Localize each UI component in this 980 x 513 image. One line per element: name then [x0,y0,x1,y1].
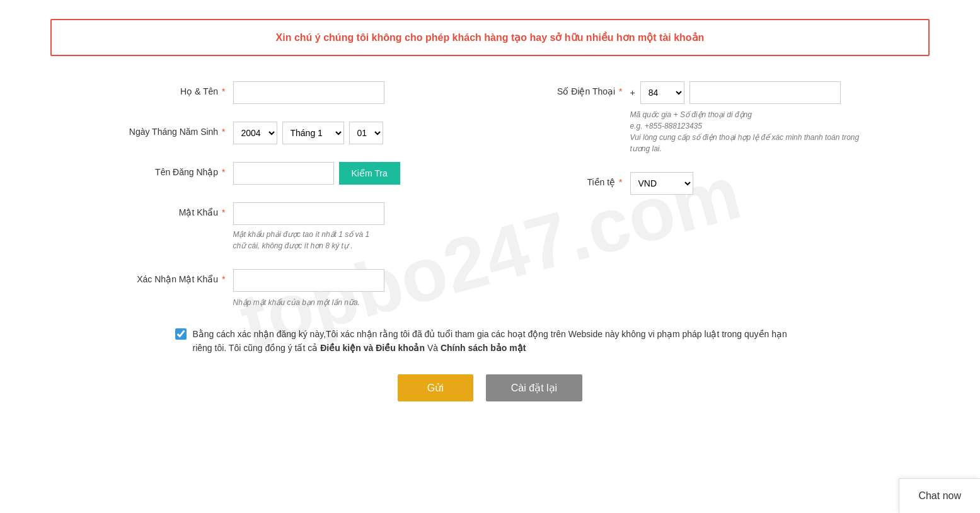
page-wrapper: topbo247.com Xin chú ý chúng tôi không c… [0,0,980,513]
submit-button[interactable]: Gửi [398,374,473,401]
fullname-label: Họ & Tên * [112,81,226,96]
password-required: * [222,207,225,217]
confirm-password-hint: Nhập mật khẩu của bạn một lần nữa. [233,297,471,308]
notice-text: Xin chú ý chúng tôi không cho phép khách… [276,32,705,43]
username-required: * [222,167,225,177]
phone-input[interactable] [689,81,841,104]
form-left: Họ & Tên * Ngày Tháng Năm Sinh * [112,81,471,308]
check-username-button[interactable]: Kiểm Tra [339,162,400,185]
username-input[interactable] [233,162,334,185]
terms-checkbox[interactable] [175,328,187,340]
username-content: Kiểm Tra [233,162,471,185]
date-fields: 2004 2003 2002 2001 2000 1999 1998 1997 … [233,122,471,144]
checkbox-text: Bằng cách xác nhận đăng ký này,Tôi xác n… [193,327,805,355]
checkbox-section: Bằng cách xác nhận đăng ký này,Tôi xác n… [175,327,805,355]
reset-button[interactable]: Cài đặt lại [486,374,582,401]
currency-required: * [619,177,622,187]
notice-box: Xin chú ý chúng tôi không cho phép khách… [50,19,930,56]
day-select[interactable]: 01 02 03 04 05 06 07 08 09 10 11 [349,122,383,144]
month-select[interactable]: Tháng 1 Tháng 2 Tháng 3 Tháng 4 Tháng 5 … [282,122,344,144]
currency-row: Tiền tệ * VND USD THB [509,172,868,195]
dob-required: * [222,127,225,137]
confirm-password-label: Xác Nhận Mật Khẩu * [112,269,226,284]
phone-plus: + [630,88,635,98]
phone-inline: + 84 1 44 855 66 [630,81,868,104]
privacy-link[interactable]: Chính sách bảo mật [441,343,526,353]
username-row: Tên Đăng Nhập * Kiểm Tra [112,162,471,185]
currency-label: Tiền tệ * [509,172,623,187]
chat-now-button[interactable]: Chat now [899,478,980,513]
dob-row: Ngày Tháng Năm Sinh * 2004 2003 2002 200… [112,122,471,144]
main-content: Xin chú ý chúng tôi không cho phép khách… [50,19,930,401]
terms-link[interactable]: Điều kiện và Điều khoản [320,343,425,353]
phone-content: + 84 1 44 855 66 Mã quốc gia + Số đ [630,81,868,154]
confirm-password-required: * [222,274,225,284]
year-select[interactable]: 2004 2003 2002 2001 2000 1999 1998 1997 … [233,122,277,144]
confirm-password-row: Xác Nhận Mật Khẩu * Nhập mật khẩu của bạ… [112,269,471,308]
dob-content: 2004 2003 2002 2001 2000 1999 1998 1997 … [233,122,471,144]
password-content: Mật khẩu phải được tao ít nhất 1 số và 1… [233,202,471,251]
username-inline: Kiểm Tra [233,162,471,185]
phone-row: Số Điện Thoại * + 84 1 44 855 66 [509,81,868,154]
password-label: Mật Khẩu * [112,202,226,217]
fullname-content [233,81,471,104]
form-right: Số Điện Thoại * + 84 1 44 855 66 [509,81,868,308]
confirm-password-content: Nhập mật khẩu của bạn một lần nữa. [233,269,471,308]
password-hint: Mật khẩu phải được tao ít nhất 1 số và 1… [233,229,384,251]
password-row: Mật Khẩu * Mật khẩu phải được tao ít nhấ… [112,202,471,251]
username-label: Tên Đăng Nhập * [112,162,226,177]
form-grid: Họ & Tên * Ngày Tháng Năm Sinh * [112,81,868,308]
dob-label: Ngày Tháng Năm Sinh * [112,122,226,137]
currency-content: VND USD THB [630,172,868,195]
fullname-required: * [222,86,225,96]
fullname-row: Họ & Tên * [112,81,471,104]
password-input[interactable] [233,202,384,225]
phone-required: * [619,86,622,96]
country-code-select[interactable]: 84 1 44 855 66 [640,81,684,104]
currency-select[interactable]: VND USD THB [630,172,693,195]
fullname-input[interactable] [233,81,384,104]
phone-label: Số Điện Thoại * [509,81,623,96]
confirm-password-input[interactable] [233,269,384,292]
buttons-row: Gửi Cài đặt lại [50,374,930,401]
phone-hint: Mã quốc gia + Số điện thoại di động e.g.… [630,109,868,154]
